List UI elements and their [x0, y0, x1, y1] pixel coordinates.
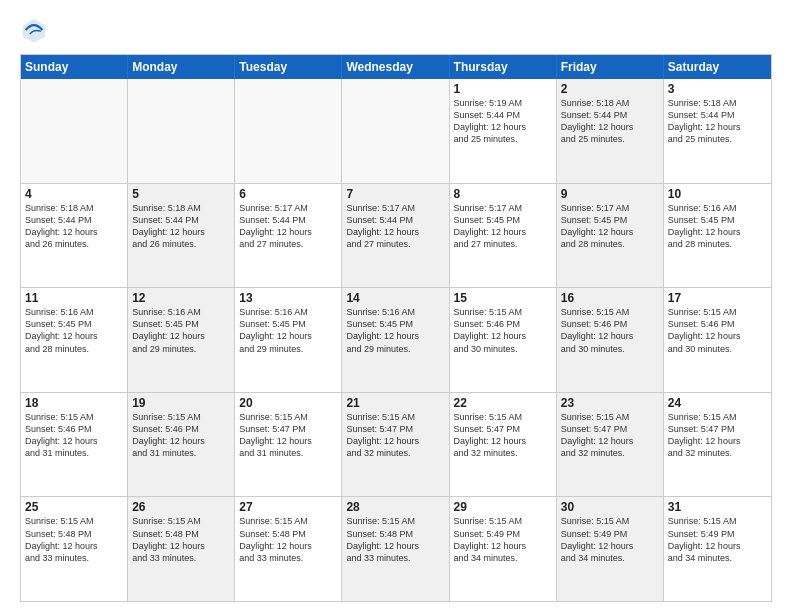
- day-number: 18: [25, 396, 123, 410]
- cal-cell-10: 10Sunrise: 5:16 AM Sunset: 5:45 PM Dayli…: [664, 184, 771, 288]
- cal-cell-28: 28Sunrise: 5:15 AM Sunset: 5:48 PM Dayli…: [342, 497, 449, 601]
- page: SundayMondayTuesdayWednesdayThursdayFrid…: [0, 0, 792, 612]
- calendar: SundayMondayTuesdayWednesdayThursdayFrid…: [20, 54, 772, 602]
- weekday-header-friday: Friday: [557, 55, 664, 79]
- cell-info: Sunrise: 5:15 AM Sunset: 5:46 PM Dayligh…: [132, 411, 230, 460]
- cal-cell-31: 31Sunrise: 5:15 AM Sunset: 5:49 PM Dayli…: [664, 497, 771, 601]
- day-number: 17: [668, 291, 767, 305]
- day-number: 28: [346, 500, 444, 514]
- calendar-body: 1Sunrise: 5:19 AM Sunset: 5:44 PM Daylig…: [21, 79, 771, 601]
- cal-cell-9: 9Sunrise: 5:17 AM Sunset: 5:45 PM Daylig…: [557, 184, 664, 288]
- day-number: 14: [346, 291, 444, 305]
- cell-info: Sunrise: 5:15 AM Sunset: 5:48 PM Dayligh…: [239, 515, 337, 564]
- header: [20, 16, 772, 44]
- cal-cell-empty-0-2: [235, 79, 342, 183]
- day-number: 8: [454, 187, 552, 201]
- calendar-row-2: 11Sunrise: 5:16 AM Sunset: 5:45 PM Dayli…: [21, 288, 771, 393]
- day-number: 3: [668, 82, 767, 96]
- day-number: 22: [454, 396, 552, 410]
- cell-info: Sunrise: 5:17 AM Sunset: 5:45 PM Dayligh…: [454, 202, 552, 251]
- cell-info: Sunrise: 5:16 AM Sunset: 5:45 PM Dayligh…: [239, 306, 337, 355]
- cal-cell-16: 16Sunrise: 5:15 AM Sunset: 5:46 PM Dayli…: [557, 288, 664, 392]
- weekday-header-monday: Monday: [128, 55, 235, 79]
- cal-cell-26: 26Sunrise: 5:15 AM Sunset: 5:48 PM Dayli…: [128, 497, 235, 601]
- cell-info: Sunrise: 5:18 AM Sunset: 5:44 PM Dayligh…: [132, 202, 230, 251]
- weekday-header-sunday: Sunday: [21, 55, 128, 79]
- cal-cell-24: 24Sunrise: 5:15 AM Sunset: 5:47 PM Dayli…: [664, 393, 771, 497]
- day-number: 15: [454, 291, 552, 305]
- weekday-header-tuesday: Tuesday: [235, 55, 342, 79]
- cal-cell-22: 22Sunrise: 5:15 AM Sunset: 5:47 PM Dayli…: [450, 393, 557, 497]
- cal-cell-12: 12Sunrise: 5:16 AM Sunset: 5:45 PM Dayli…: [128, 288, 235, 392]
- cell-info: Sunrise: 5:15 AM Sunset: 5:49 PM Dayligh…: [561, 515, 659, 564]
- day-number: 31: [668, 500, 767, 514]
- day-number: 30: [561, 500, 659, 514]
- cal-cell-empty-0-3: [342, 79, 449, 183]
- day-number: 24: [668, 396, 767, 410]
- cal-cell-5: 5Sunrise: 5:18 AM Sunset: 5:44 PM Daylig…: [128, 184, 235, 288]
- cal-cell-25: 25Sunrise: 5:15 AM Sunset: 5:48 PM Dayli…: [21, 497, 128, 601]
- day-number: 2: [561, 82, 659, 96]
- cell-info: Sunrise: 5:17 AM Sunset: 5:44 PM Dayligh…: [239, 202, 337, 251]
- calendar-row-4: 25Sunrise: 5:15 AM Sunset: 5:48 PM Dayli…: [21, 497, 771, 601]
- cal-cell-11: 11Sunrise: 5:16 AM Sunset: 5:45 PM Dayli…: [21, 288, 128, 392]
- cell-info: Sunrise: 5:15 AM Sunset: 5:47 PM Dayligh…: [239, 411, 337, 460]
- cal-cell-23: 23Sunrise: 5:15 AM Sunset: 5:47 PM Dayli…: [557, 393, 664, 497]
- cell-info: Sunrise: 5:16 AM Sunset: 5:45 PM Dayligh…: [668, 202, 767, 251]
- cell-info: Sunrise: 5:15 AM Sunset: 5:49 PM Dayligh…: [668, 515, 767, 564]
- day-number: 21: [346, 396, 444, 410]
- cell-info: Sunrise: 5:15 AM Sunset: 5:46 PM Dayligh…: [668, 306, 767, 355]
- cal-cell-7: 7Sunrise: 5:17 AM Sunset: 5:44 PM Daylig…: [342, 184, 449, 288]
- logo: [20, 16, 52, 44]
- cal-cell-19: 19Sunrise: 5:15 AM Sunset: 5:46 PM Dayli…: [128, 393, 235, 497]
- cal-cell-6: 6Sunrise: 5:17 AM Sunset: 5:44 PM Daylig…: [235, 184, 342, 288]
- cal-cell-27: 27Sunrise: 5:15 AM Sunset: 5:48 PM Dayli…: [235, 497, 342, 601]
- day-number: 1: [454, 82, 552, 96]
- day-number: 9: [561, 187, 659, 201]
- cal-cell-3: 3Sunrise: 5:18 AM Sunset: 5:44 PM Daylig…: [664, 79, 771, 183]
- calendar-row-1: 4Sunrise: 5:18 AM Sunset: 5:44 PM Daylig…: [21, 184, 771, 289]
- cal-cell-15: 15Sunrise: 5:15 AM Sunset: 5:46 PM Dayli…: [450, 288, 557, 392]
- cell-info: Sunrise: 5:15 AM Sunset: 5:47 PM Dayligh…: [346, 411, 444, 460]
- day-number: 7: [346, 187, 444, 201]
- cal-cell-14: 14Sunrise: 5:16 AM Sunset: 5:45 PM Dayli…: [342, 288, 449, 392]
- cell-info: Sunrise: 5:19 AM Sunset: 5:44 PM Dayligh…: [454, 97, 552, 146]
- day-number: 13: [239, 291, 337, 305]
- cell-info: Sunrise: 5:16 AM Sunset: 5:45 PM Dayligh…: [25, 306, 123, 355]
- day-number: 23: [561, 396, 659, 410]
- cell-info: Sunrise: 5:18 AM Sunset: 5:44 PM Dayligh…: [561, 97, 659, 146]
- cal-cell-17: 17Sunrise: 5:15 AM Sunset: 5:46 PM Dayli…: [664, 288, 771, 392]
- day-number: 4: [25, 187, 123, 201]
- day-number: 6: [239, 187, 337, 201]
- cal-cell-empty-0-1: [128, 79, 235, 183]
- day-number: 10: [668, 187, 767, 201]
- cell-info: Sunrise: 5:17 AM Sunset: 5:44 PM Dayligh…: [346, 202, 444, 251]
- weekday-header-thursday: Thursday: [450, 55, 557, 79]
- cell-info: Sunrise: 5:15 AM Sunset: 5:49 PM Dayligh…: [454, 515, 552, 564]
- cell-info: Sunrise: 5:15 AM Sunset: 5:48 PM Dayligh…: [132, 515, 230, 564]
- cell-info: Sunrise: 5:15 AM Sunset: 5:46 PM Dayligh…: [25, 411, 123, 460]
- cell-info: Sunrise: 5:15 AM Sunset: 5:47 PM Dayligh…: [668, 411, 767, 460]
- day-number: 25: [25, 500, 123, 514]
- cal-cell-1: 1Sunrise: 5:19 AM Sunset: 5:44 PM Daylig…: [450, 79, 557, 183]
- cal-cell-empty-0-0: [21, 79, 128, 183]
- day-number: 11: [25, 291, 123, 305]
- day-number: 16: [561, 291, 659, 305]
- cell-info: Sunrise: 5:15 AM Sunset: 5:46 PM Dayligh…: [454, 306, 552, 355]
- cell-info: Sunrise: 5:16 AM Sunset: 5:45 PM Dayligh…: [346, 306, 444, 355]
- cell-info: Sunrise: 5:18 AM Sunset: 5:44 PM Dayligh…: [25, 202, 123, 251]
- weekday-header-saturday: Saturday: [664, 55, 771, 79]
- day-number: 5: [132, 187, 230, 201]
- cell-info: Sunrise: 5:15 AM Sunset: 5:46 PM Dayligh…: [561, 306, 659, 355]
- day-number: 19: [132, 396, 230, 410]
- calendar-row-3: 18Sunrise: 5:15 AM Sunset: 5:46 PM Dayli…: [21, 393, 771, 498]
- day-number: 29: [454, 500, 552, 514]
- cal-cell-8: 8Sunrise: 5:17 AM Sunset: 5:45 PM Daylig…: [450, 184, 557, 288]
- cal-cell-18: 18Sunrise: 5:15 AM Sunset: 5:46 PM Dayli…: [21, 393, 128, 497]
- cell-info: Sunrise: 5:18 AM Sunset: 5:44 PM Dayligh…: [668, 97, 767, 146]
- cal-cell-29: 29Sunrise: 5:15 AM Sunset: 5:49 PM Dayli…: [450, 497, 557, 601]
- day-number: 26: [132, 500, 230, 514]
- calendar-header: SundayMondayTuesdayWednesdayThursdayFrid…: [21, 55, 771, 79]
- cell-info: Sunrise: 5:16 AM Sunset: 5:45 PM Dayligh…: [132, 306, 230, 355]
- cell-info: Sunrise: 5:15 AM Sunset: 5:47 PM Dayligh…: [561, 411, 659, 460]
